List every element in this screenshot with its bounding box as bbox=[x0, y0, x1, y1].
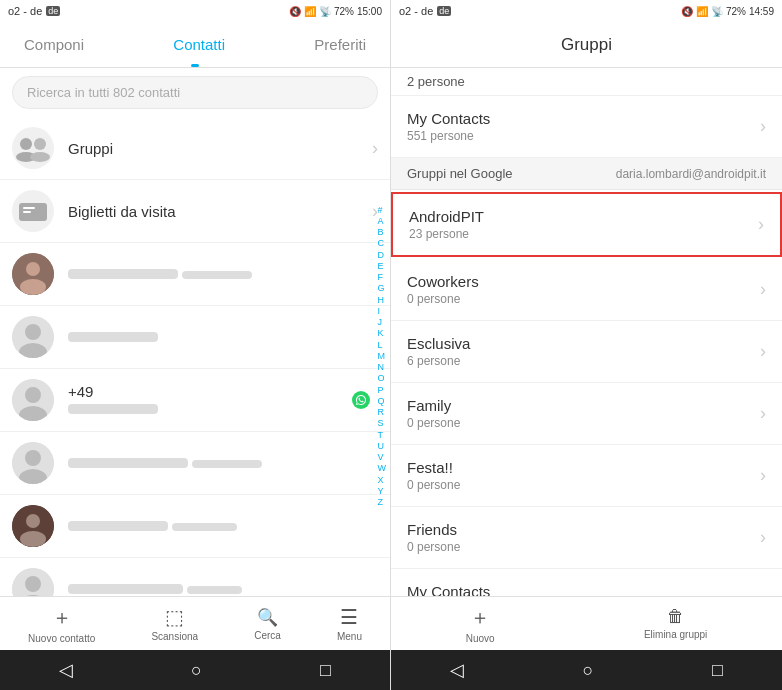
elimina-icon: 🗑 bbox=[667, 607, 684, 627]
alpha-x[interactable]: X bbox=[376, 475, 389, 486]
default-avatar-icon-2 bbox=[12, 379, 54, 421]
contact1-sub-blurred bbox=[182, 271, 252, 279]
nav-home-btn[interactable]: ○ bbox=[191, 660, 202, 681]
alpha-l[interactable]: L bbox=[376, 340, 389, 351]
right-nav-back-btn[interactable]: ◁ bbox=[450, 659, 464, 681]
alpha-n[interactable]: N bbox=[376, 362, 389, 373]
svg-rect-5 bbox=[23, 207, 35, 209]
list-item-contact4[interactable] bbox=[0, 432, 390, 495]
btn-elimina-gruppi[interactable]: 🗑 Elimina gruppi bbox=[644, 607, 707, 640]
alpha-y[interactable]: Y bbox=[376, 486, 389, 497]
list-item-contact6[interactable] bbox=[0, 558, 390, 596]
contact5-info bbox=[68, 517, 378, 535]
right-status-icons: 🔇 📶 📡 72% 14:59 bbox=[681, 6, 774, 17]
group-row-mycontacts2[interactable]: My Contacts 40 persone › bbox=[391, 569, 782, 596]
battery-text: 72% bbox=[334, 6, 354, 17]
family-chevron: › bbox=[760, 403, 766, 424]
alpha-j[interactable]: J bbox=[376, 317, 389, 328]
alpha-o[interactable]: O bbox=[376, 373, 389, 384]
alpha-z[interactable]: Z bbox=[376, 497, 389, 508]
group-row-mycontacts[interactable]: My Contacts 551 persone › bbox=[391, 96, 782, 158]
contact2-info bbox=[68, 328, 378, 346]
contact2-sub-blurred bbox=[68, 332, 158, 342]
tab-componi[interactable]: Componi bbox=[16, 32, 92, 57]
alpha-b[interactable]: B bbox=[376, 227, 389, 238]
mycontacts2-info: My Contacts 40 persone bbox=[407, 583, 490, 596]
contact3-phone: +49 bbox=[68, 383, 378, 400]
list-item-contact1[interactable] bbox=[0, 243, 390, 306]
list-item-biglietti[interactable]: Biglietti da visita › bbox=[0, 180, 390, 243]
signal-icon: 📡 bbox=[319, 6, 331, 17]
alpha-e[interactable]: E bbox=[376, 261, 389, 272]
group-row-androidpit[interactable]: AndroidPIT 23 persone › bbox=[391, 192, 782, 257]
group-row-family[interactable]: Family 0 persone › bbox=[391, 383, 782, 445]
alpha-index[interactable]: # A B C D E F G H I J K L M N O P Q R S … bbox=[376, 117, 389, 596]
alpha-c[interactable]: C bbox=[376, 238, 389, 249]
alpha-k[interactable]: K bbox=[376, 328, 389, 339]
tab-bar: Componi Contatti Preferiti bbox=[0, 22, 390, 68]
family-name: Family bbox=[407, 397, 460, 414]
alpha-q[interactable]: Q bbox=[376, 396, 389, 407]
mycontacts-count: 551 persone bbox=[407, 129, 490, 143]
alpha-f[interactable]: F bbox=[376, 272, 389, 283]
tab-contatti[interactable]: Contatti bbox=[165, 32, 233, 57]
btn-cerca[interactable]: 🔍 Cerca bbox=[254, 607, 281, 641]
coworkers-count: 0 persone bbox=[407, 292, 479, 306]
androidpit-name: AndroidPIT bbox=[409, 208, 484, 225]
svg-point-11 bbox=[25, 324, 41, 340]
search-bar[interactable]: Ricerca in tutti 802 contatti bbox=[12, 76, 378, 109]
group-row-festa[interactable]: Festa!! 0 persone › bbox=[391, 445, 782, 507]
group-row-coworkers[interactable]: Coworkers 0 persone › bbox=[391, 259, 782, 321]
tab-preferiti[interactable]: Preferiti bbox=[306, 32, 374, 57]
btn-scansiona[interactable]: ⬚ Scansiona bbox=[151, 605, 198, 642]
alpha-v[interactable]: V bbox=[376, 452, 389, 463]
default-avatar-icon-4 bbox=[12, 568, 54, 596]
contact4-avatar bbox=[12, 442, 54, 484]
btn-nuovo-contatto[interactable]: ＋ Nuovo contatto bbox=[28, 604, 95, 644]
contact5-sub-blurred bbox=[172, 523, 237, 531]
nuovo-icon: ＋ bbox=[470, 604, 490, 631]
svg-point-20 bbox=[26, 514, 40, 528]
right-nav-recents-btn[interactable]: □ bbox=[712, 660, 723, 681]
svg-point-0 bbox=[20, 138, 32, 150]
google-section-header: Gruppi nel Google daria.lombardi@android… bbox=[391, 158, 782, 190]
alpha-a[interactable]: A bbox=[376, 216, 389, 227]
left-status-icons: 🔇 📶 📡 72% 15:00 bbox=[289, 6, 382, 17]
alpha-g[interactable]: G bbox=[376, 283, 389, 294]
alpha-t[interactable]: T bbox=[376, 430, 389, 441]
contact1-info bbox=[68, 265, 378, 283]
cerca-label: Cerca bbox=[254, 630, 281, 641]
group-row-friends[interactable]: Friends 0 persone › bbox=[391, 507, 782, 569]
alpha-s[interactable]: S bbox=[376, 418, 389, 429]
list-item-contact2[interactable] bbox=[0, 306, 390, 369]
alpha-u[interactable]: U bbox=[376, 441, 389, 452]
list-item-gruppi[interactable]: Gruppi › bbox=[0, 117, 390, 180]
esclusiva-chevron: › bbox=[760, 341, 766, 362]
contact6-name-blurred bbox=[68, 584, 183, 594]
nav-recents-btn[interactable]: □ bbox=[320, 660, 331, 681]
btn-nuovo[interactable]: ＋ Nuovo bbox=[466, 604, 495, 644]
alpha-w[interactable]: W bbox=[376, 463, 389, 474]
alpha-d[interactable]: D bbox=[376, 250, 389, 261]
alpha-h[interactable]: H bbox=[376, 295, 389, 306]
google-section-account: daria.lombardi@androidpit.it bbox=[616, 167, 766, 181]
alpha-hash[interactable]: # bbox=[376, 205, 389, 216]
btn-menu[interactable]: ☰ Menu bbox=[337, 605, 362, 642]
gruppi-info: Gruppi bbox=[68, 140, 372, 157]
alpha-p[interactable]: P bbox=[376, 385, 389, 396]
nav-back-btn[interactable]: ◁ bbox=[59, 659, 73, 681]
alpha-m[interactable]: M bbox=[376, 351, 389, 362]
list-item-contact5[interactable] bbox=[0, 495, 390, 558]
right-bottom-bar: ＋ Nuovo 🗑 Elimina gruppi bbox=[391, 596, 782, 650]
alpha-r[interactable]: R bbox=[376, 407, 389, 418]
group-row-esclusiva[interactable]: Esclusiva 6 persone › bbox=[391, 321, 782, 383]
list-item-contact3[interactable]: +49 bbox=[0, 369, 390, 432]
carrier-icon: de bbox=[46, 6, 60, 16]
alpha-i[interactable]: I bbox=[376, 306, 389, 317]
friends-count: 0 persone bbox=[407, 540, 460, 554]
right-carrier-icon: de bbox=[437, 6, 451, 16]
contact3-info: +49 bbox=[68, 383, 378, 418]
festa-name: Festa!! bbox=[407, 459, 460, 476]
default-avatar-icon-3 bbox=[12, 442, 54, 484]
right-nav-home-btn[interactable]: ○ bbox=[583, 660, 594, 681]
